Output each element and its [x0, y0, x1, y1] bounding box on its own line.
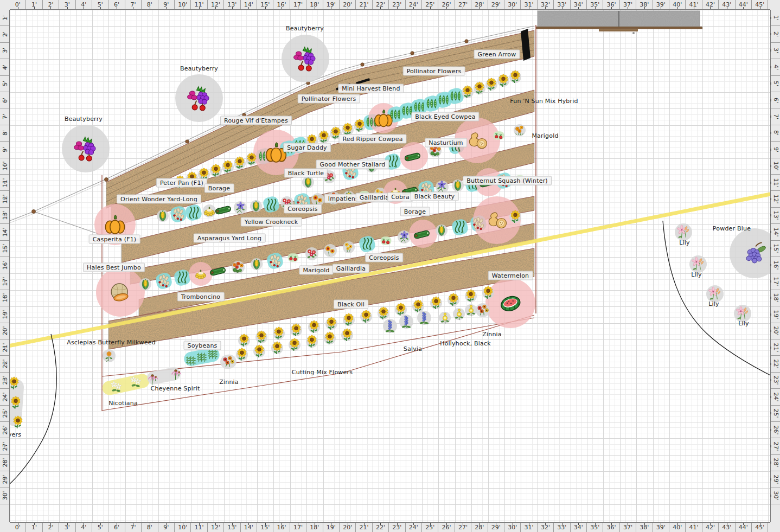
ruler-label: 23'	[771, 373, 780, 389]
ruler-label: 4'	[0, 59, 9, 75]
ruler-label: 0'	[10, 0, 26, 9]
ruler-label: 26'	[0, 422, 9, 438]
ruler-label: 16'	[273, 0, 290, 9]
ruler-label: 21'	[356, 523, 372, 532]
ruler-label: 24'	[0, 389, 9, 405]
ruler-label: 32'	[538, 0, 554, 9]
ruler-label: 14'	[771, 224, 780, 240]
ruler-label: 16'	[0, 257, 9, 273]
ruler-label: 13'	[771, 208, 780, 224]
ruler-label: 27'	[771, 438, 780, 454]
ruler-label: 11'	[771, 175, 780, 191]
ruler-label: 15'	[771, 241, 780, 257]
ruler-label: 9'	[158, 523, 175, 532]
ruler-label: 44'	[736, 0, 752, 9]
ruler-label: 26'	[438, 0, 455, 9]
ruler-label: 17'	[0, 273, 9, 290]
ruler-label: 30'	[504, 523, 521, 532]
ruler-label: 42'	[702, 523, 719, 532]
ruler-label: 8'	[142, 523, 158, 532]
ruler-label: 33'	[554, 0, 570, 9]
ruler-top: 0'1'2'3'4'5'6'7'8'9'10'11'12'13'14'15'16…	[0, 0, 780, 10]
ruler-label: 30'	[0, 488, 9, 504]
ruler-label: 15'	[257, 523, 273, 532]
ruler-label: 17'	[771, 273, 780, 290]
ruler-label: 3'	[771, 43, 780, 59]
ruler-label: 37'	[620, 0, 636, 9]
ruler-label: 40'	[669, 523, 686, 532]
ruler-label: 4'	[76, 0, 92, 9]
ruler-label: 6'	[108, 0, 125, 9]
ruler-label: 23'	[389, 0, 405, 9]
ruler-label: 7'	[125, 0, 142, 9]
ruler-corner	[770, 522, 780, 532]
ruler-label: 15'	[257, 0, 273, 9]
ruler-right: 1'2'3'4'5'6'7'8'9'10'11'12'13'14'15'16'1…	[770, 10, 780, 522]
ruler-label: 42'	[702, 0, 719, 9]
ruler-label: 5'	[0, 76, 9, 92]
ruler-label: 6'	[108, 523, 125, 532]
ruler-label: 39'	[653, 523, 669, 532]
ruler-label: 19'	[0, 306, 9, 323]
ruler-label: 10'	[771, 158, 780, 175]
ruler-label: 41'	[686, 523, 702, 532]
ruler-label: 5'	[771, 76, 780, 92]
ruler-label: 14'	[241, 523, 257, 532]
ruler-label: 6'	[0, 92, 9, 108]
ruler-label: 45'	[752, 0, 768, 9]
ruler-label: 18'	[0, 290, 9, 306]
ruler-label: 27'	[455, 0, 471, 9]
ruler-label: 34'	[571, 0, 587, 9]
ruler-label: 0'	[10, 523, 26, 532]
ruler-label: 22'	[0, 356, 9, 372]
ruler-label: 34'	[571, 523, 587, 532]
ruler-label: 11'	[191, 523, 207, 532]
ruler-label: 14'	[241, 0, 257, 9]
plan-canvas-grid[interactable]	[10, 10, 770, 522]
ruler-label: 21'	[771, 339, 780, 356]
ruler-label: 18'	[771, 290, 780, 306]
ruler-label: 22'	[373, 0, 389, 9]
ruler-label: 3'	[59, 523, 75, 532]
ruler-label: 1'	[0, 10, 9, 26]
ruler-label: 31'	[521, 523, 537, 532]
ruler-label: 44'	[736, 523, 752, 532]
ruler-label: 1'	[771, 10, 780, 26]
ruler-label: 3'	[0, 43, 9, 59]
ruler-label: 26'	[771, 422, 780, 438]
ruler-label: 36'	[603, 0, 619, 9]
ruler-label: 40'	[669, 0, 686, 9]
ruler-label: 4'	[771, 59, 780, 75]
ruler-label: 20'	[340, 0, 356, 9]
ruler-label: 1'	[26, 523, 42, 532]
ruler-label: 13'	[224, 0, 240, 9]
ruler-label: 17'	[290, 523, 306, 532]
ruler-label: 32'	[538, 523, 554, 532]
ruler-label: 25'	[422, 523, 438, 532]
ruler-label: 23'	[389, 523, 405, 532]
ruler-label: 20'	[0, 323, 9, 339]
ruler-label: 18'	[306, 523, 323, 532]
ruler-label: 12'	[208, 0, 224, 9]
ruler-label: 13'	[0, 208, 9, 224]
ruler-label: 19'	[323, 523, 340, 532]
ruler-label: 10'	[175, 523, 191, 532]
ruler-label: 23'	[0, 373, 9, 389]
ruler-label: 28'	[471, 523, 488, 532]
ruler-label: 29'	[0, 471, 9, 488]
ruler-label: 11'	[191, 0, 207, 9]
ruler-label: 22'	[373, 523, 389, 532]
ruler-label: 29'	[488, 523, 504, 532]
ruler-label: 37'	[620, 523, 636, 532]
ruler-label: 13'	[224, 523, 240, 532]
ruler-label: 33'	[554, 523, 570, 532]
ruler-left: 1'2'3'4'5'6'7'8'9'10'11'12'13'14'15'16'1…	[0, 10, 10, 522]
ruler-bottom: 0'1'2'3'4'5'6'7'8'9'10'11'12'13'14'15'16…	[0, 522, 780, 532]
ruler-label: 2'	[0, 26, 9, 42]
ruler-label: 30'	[504, 0, 521, 9]
ruler-label: 1'	[26, 0, 42, 9]
ruler-label: 29'	[488, 0, 504, 9]
ruler-label: 6'	[771, 92, 780, 108]
ruler-label: 38'	[636, 0, 653, 9]
ruler-label: 2'	[43, 0, 59, 9]
